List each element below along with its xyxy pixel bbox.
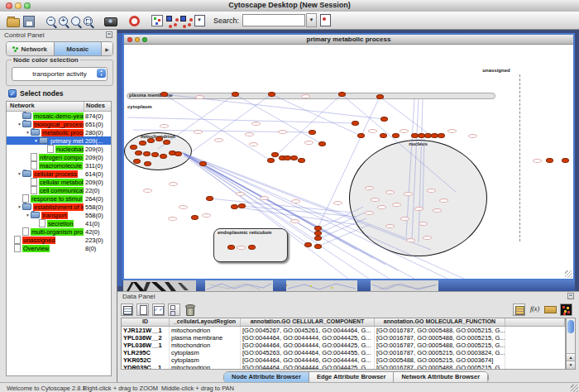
heatmap-icon[interactable]: [560, 304, 572, 316]
column-header[interactable]: _cellularLayoutRegion: [170, 318, 241, 326]
select-attributes-icon[interactable]: [152, 304, 165, 316]
network-node[interactable]: [380, 117, 388, 122]
network-node[interactable]: [160, 92, 168, 97]
network-node[interactable]: [380, 133, 387, 138]
expander-icon[interactable]: ▼: [17, 171, 22, 176]
trash-icon[interactable]: [184, 304, 196, 316]
zoom-fit-icon[interactable]: [84, 17, 93, 26]
network-node[interactable]: [130, 145, 137, 150]
float-icon[interactable]: [106, 31, 112, 38]
search-input[interactable]: [242, 14, 305, 26]
scrollbar-thumb[interactable]: [567, 320, 574, 333]
tree-row[interactable]: ▼transport558(0): [7, 211, 111, 219]
network-node[interactable]: [338, 92, 346, 97]
matrix-icon[interactable]: [513, 304, 525, 316]
background-window-thumbnail[interactable]: [123, 280, 196, 291]
tree-row[interactable]: Overview8(0): [7, 244, 111, 252]
tree-row[interactable]: macromolecule311(0): [7, 161, 111, 170]
network-node[interactable]: [232, 92, 239, 97]
network-node[interactable]: [268, 92, 275, 97]
expander-icon[interactable]: ▼: [33, 138, 39, 143]
network-node[interactable]: [163, 140, 170, 145]
tree-row[interactable]: ▼primary metabo209(...: [7, 136, 111, 145]
network-node[interactable]: [139, 141, 146, 146]
expander-icon[interactable]: ▼: [17, 122, 22, 127]
network-window-titlebar[interactable]: primary metabolic process: [124, 35, 573, 45]
tab-mosaic[interactable]: Mosaic: [55, 42, 103, 55]
tree-header[interactable]: Network Nodes: [7, 102, 111, 112]
advanced-search-icon[interactable]: [320, 14, 331, 26]
background-window-thumbnail[interactable]: [205, 280, 273, 291]
tree-row[interactable]: ▼biological_process651(0): [7, 120, 111, 128]
new-page-icon[interactable]: [136, 304, 149, 316]
network-node[interactable]: [290, 155, 298, 160]
tree-row[interactable]: ▼metabolic process280(0): [7, 128, 111, 136]
background-window-edge[interactable]: [438, 280, 575, 291]
network-canvas[interactable]: plasma membrane cytoplasm mitochondrion …: [124, 45, 573, 279]
network-node[interactable]: [133, 159, 141, 164]
network-node[interactable]: [199, 161, 207, 166]
network-node[interactable]: [191, 215, 199, 220]
unselect-attributes-icon[interactable]: [168, 304, 180, 316]
network-node[interactable]: [352, 121, 359, 126]
function-icon[interactable]: f(x): [529, 304, 541, 316]
zoom-out-icon[interactable]: −: [46, 17, 55, 26]
network-node[interactable]: [309, 130, 316, 135]
network-node[interactable]: [304, 242, 312, 247]
node-network-icon[interactable]: [166, 16, 177, 26]
network-node[interactable]: [318, 141, 326, 146]
help-icon[interactable]: [129, 16, 140, 26]
select-nodes-checkbox[interactable]: ✓: [8, 89, 17, 98]
column-header[interactable]: annotation.GO MOLECULAR_FUNCTION: [375, 318, 505, 326]
search-dropdown-icon[interactable]: ▼: [306, 13, 317, 27]
network-node[interactable]: [160, 154, 167, 159]
tree-row[interactable]: ▼cellular process614(0): [7, 170, 111, 178]
tree-row[interactable]: ▼establishment of lo558(0): [7, 203, 111, 211]
network-node[interactable]: [438, 133, 445, 138]
zoom-selected-icon[interactable]: [71, 17, 80, 26]
window-titlebar[interactable]: Cytoscape Desktop (New Session): [0, 0, 579, 12]
tree-row[interactable]: nucleobase-209(0): [7, 145, 111, 153]
column-header-nodes[interactable]: Nodes: [84, 102, 111, 111]
tree-row[interactable]: multi-organism pro42(0): [7, 227, 111, 236]
table-icon[interactable]: [121, 304, 133, 316]
tab-overflow-icon[interactable]: ▶: [102, 42, 112, 55]
background-window-edge[interactable]: [196, 280, 205, 291]
save-icon[interactable]: [23, 16, 35, 27]
tree-row[interactable]: cell communicat22(0): [7, 186, 111, 194]
network-node[interactable]: [392, 133, 400, 138]
network-node[interactable]: [267, 158, 275, 163]
column-header-network[interactable]: Network: [7, 102, 84, 111]
expander-icon[interactable]: ▼: [25, 130, 31, 135]
tab-network[interactable]: Network: [7, 42, 55, 55]
edge-network-icon[interactable]: [180, 16, 191, 26]
import-icon[interactable]: [544, 306, 557, 313]
table-row[interactable]: YJR121W__1mitochondrion[GO:0045267, GO:0…: [122, 327, 565, 334]
float-icon[interactable]: [567, 293, 574, 299]
tree-row[interactable]: response to stimul264(0): [7, 194, 111, 203]
table-row[interactable]: YLR295Ccytoplasm[GO:0045263, GO:0044464,…: [122, 349, 565, 356]
background-window-thumbnail[interactable]: [286, 280, 357, 291]
network-node[interactable]: [314, 236, 322, 241]
network-node[interactable]: [546, 158, 553, 163]
network-node[interactable]: [227, 245, 235, 250]
open-icon[interactable]: [7, 18, 20, 27]
network-node[interactable]: [238, 203, 246, 208]
node-color-dropdown[interactable]: transporter activity ▲▼: [12, 67, 108, 81]
network-node[interactable]: [144, 161, 151, 166]
network-node[interactable]: [206, 196, 213, 201]
zoom-in-icon[interactable]: +: [59, 17, 68, 26]
tree-row[interactable]: mosaic-demo-yeast874(0): [7, 112, 111, 120]
resize-grip-icon[interactable]: [571, 385, 578, 392]
tree-row[interactable]: nitrogen compo209(0): [7, 153, 111, 161]
dropdown-stepper-icon[interactable]: ▲▼: [97, 69, 106, 78]
table-row[interactable]: YPL036W__1mitochondrion[GO:0044464, GO:0…: [122, 342, 565, 349]
expander-icon[interactable]: ▼: [17, 204, 22, 209]
table-scrollbar[interactable]: ▲ ▼: [566, 318, 576, 370]
network-node[interactable]: [357, 133, 365, 138]
scroll-down-icon[interactable]: ▼: [567, 361, 575, 369]
tree-row[interactable]: secretion41(0): [7, 219, 111, 227]
network-node[interactable]: [314, 244, 322, 249]
resize-grip-icon[interactable]: [565, 270, 572, 278]
background-window-edge[interactable]: [357, 280, 371, 291]
